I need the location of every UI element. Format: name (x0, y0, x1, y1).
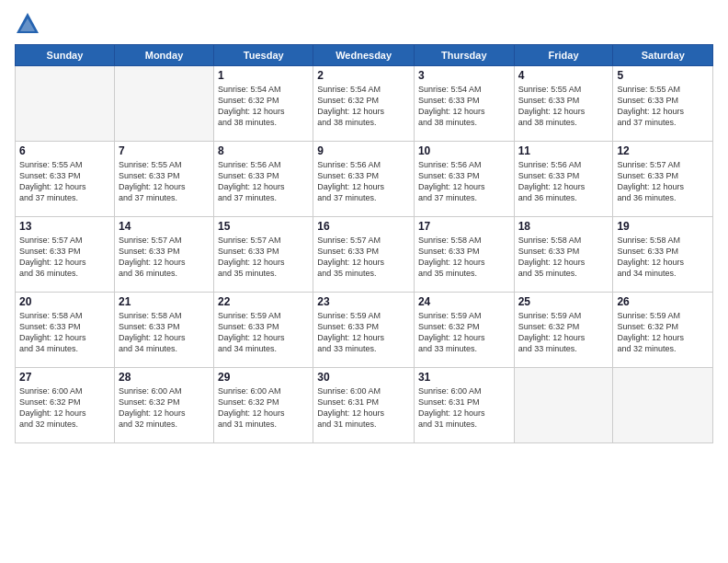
day-number: 24 (418, 295, 510, 308)
day-info: Sunrise: 5:57 AM Sunset: 6:33 PM Dayligh… (617, 159, 709, 204)
calendar-header: SundayMondayTuesdayWednesdayThursdayFrid… (16, 45, 713, 66)
calendar-cell: 2Sunrise: 5:54 AM Sunset: 6:32 PM Daylig… (313, 66, 415, 142)
calendar-cell: 28Sunrise: 6:00 AM Sunset: 6:32 PM Dayli… (114, 368, 213, 443)
calendar-cell (613, 368, 713, 443)
day-number: 5 (617, 69, 709, 82)
calendar-cell (16, 66, 115, 142)
calendar-cell: 24Sunrise: 5:59 AM Sunset: 6:32 PM Dayli… (414, 293, 514, 368)
calendar-cell: 18Sunrise: 5:58 AM Sunset: 6:33 PM Dayli… (514, 217, 613, 293)
day-info: Sunrise: 5:55 AM Sunset: 6:33 PM Dayligh… (19, 159, 110, 204)
calendar-cell: 7Sunrise: 5:55 AM Sunset: 6:33 PM Daylig… (114, 142, 213, 217)
day-number: 29 (218, 371, 309, 384)
day-number: 10 (418, 144, 510, 157)
calendar-week-row: 13Sunrise: 5:57 AM Sunset: 6:33 PM Dayli… (16, 217, 713, 293)
calendar-cell: 17Sunrise: 5:58 AM Sunset: 6:33 PM Dayli… (414, 217, 514, 293)
day-number: 12 (617, 144, 709, 157)
day-number: 22 (218, 295, 309, 308)
day-number: 18 (518, 220, 609, 233)
calendar-cell: 6Sunrise: 5:55 AM Sunset: 6:33 PM Daylig… (16, 142, 115, 217)
calendar-cell: 23Sunrise: 5:59 AM Sunset: 6:33 PM Dayli… (313, 293, 415, 368)
day-info: Sunrise: 5:59 AM Sunset: 6:33 PM Dayligh… (218, 310, 309, 355)
day-info: Sunrise: 5:56 AM Sunset: 6:33 PM Dayligh… (418, 159, 510, 204)
day-number: 27 (19, 371, 110, 384)
day-info: Sunrise: 5:57 AM Sunset: 6:33 PM Dayligh… (218, 235, 309, 280)
weekday-header: Monday (114, 45, 213, 66)
day-number: 31 (418, 371, 510, 384)
header (15, 11, 713, 37)
day-info: Sunrise: 5:58 AM Sunset: 6:33 PM Dayligh… (518, 235, 609, 280)
calendar-cell: 9Sunrise: 5:56 AM Sunset: 6:33 PM Daylig… (313, 142, 415, 217)
calendar-cell: 3Sunrise: 5:54 AM Sunset: 6:33 PM Daylig… (414, 66, 514, 142)
calendar-cell: 29Sunrise: 6:00 AM Sunset: 6:32 PM Dayli… (214, 368, 313, 443)
calendar-cell: 4Sunrise: 5:55 AM Sunset: 6:33 PM Daylig… (514, 66, 613, 142)
day-info: Sunrise: 5:58 AM Sunset: 6:33 PM Dayligh… (19, 310, 110, 355)
day-number: 13 (19, 220, 110, 233)
day-number: 4 (518, 69, 609, 82)
day-info: Sunrise: 5:54 AM Sunset: 6:32 PM Dayligh… (317, 84, 410, 129)
day-number: 8 (218, 144, 309, 157)
day-number: 6 (19, 144, 110, 157)
day-info: Sunrise: 5:58 AM Sunset: 6:33 PM Dayligh… (418, 235, 510, 280)
calendar: SundayMondayTuesdayWednesdayThursdayFrid… (15, 44, 713, 443)
calendar-cell: 26Sunrise: 5:59 AM Sunset: 6:32 PM Dayli… (613, 293, 713, 368)
calendar-cell: 16Sunrise: 5:57 AM Sunset: 6:33 PM Dayli… (313, 217, 415, 293)
day-info: Sunrise: 5:59 AM Sunset: 6:33 PM Dayligh… (317, 310, 410, 355)
day-info: Sunrise: 5:59 AM Sunset: 6:32 PM Dayligh… (518, 310, 609, 355)
weekday-row: SundayMondayTuesdayWednesdayThursdayFrid… (16, 45, 713, 66)
day-number: 3 (418, 69, 510, 82)
calendar-cell: 8Sunrise: 5:56 AM Sunset: 6:33 PM Daylig… (214, 142, 313, 217)
day-number: 14 (119, 220, 210, 233)
calendar-cell: 12Sunrise: 5:57 AM Sunset: 6:33 PM Dayli… (613, 142, 713, 217)
day-number: 17 (418, 220, 510, 233)
calendar-cell: 19Sunrise: 5:58 AM Sunset: 6:33 PM Dayli… (613, 217, 713, 293)
day-number: 20 (19, 295, 110, 308)
day-number: 1 (218, 69, 309, 82)
day-number: 25 (518, 295, 609, 308)
calendar-cell: 20Sunrise: 5:58 AM Sunset: 6:33 PM Dayli… (16, 293, 115, 368)
day-info: Sunrise: 5:58 AM Sunset: 6:33 PM Dayligh… (119, 310, 210, 355)
day-info: Sunrise: 5:54 AM Sunset: 6:33 PM Dayligh… (418, 84, 510, 129)
day-info: Sunrise: 6:00 AM Sunset: 6:32 PM Dayligh… (119, 385, 210, 431)
calendar-cell: 10Sunrise: 5:56 AM Sunset: 6:33 PM Dayli… (414, 142, 514, 217)
day-info: Sunrise: 5:55 AM Sunset: 6:33 PM Dayligh… (518, 84, 609, 129)
day-info: Sunrise: 5:56 AM Sunset: 6:33 PM Dayligh… (317, 159, 410, 204)
weekday-header: Saturday (613, 45, 713, 66)
day-info: Sunrise: 6:00 AM Sunset: 6:32 PM Dayligh… (19, 385, 110, 431)
day-number: 11 (518, 144, 609, 157)
day-info: Sunrise: 5:54 AM Sunset: 6:32 PM Dayligh… (218, 84, 309, 129)
calendar-cell (514, 368, 613, 443)
day-info: Sunrise: 5:56 AM Sunset: 6:33 PM Dayligh… (518, 159, 609, 204)
weekday-header: Sunday (16, 45, 115, 66)
day-info: Sunrise: 6:00 AM Sunset: 6:31 PM Dayligh… (418, 385, 510, 431)
calendar-cell: 21Sunrise: 5:58 AM Sunset: 6:33 PM Dayli… (114, 293, 213, 368)
day-number: 9 (317, 144, 410, 157)
calendar-cell: 30Sunrise: 6:00 AM Sunset: 6:31 PM Dayli… (313, 368, 415, 443)
day-number: 19 (617, 220, 709, 233)
day-info: Sunrise: 5:57 AM Sunset: 6:33 PM Dayligh… (19, 235, 110, 280)
calendar-cell: 13Sunrise: 5:57 AM Sunset: 6:33 PM Dayli… (16, 217, 115, 293)
calendar-cell: 25Sunrise: 5:59 AM Sunset: 6:32 PM Dayli… (514, 293, 613, 368)
weekday-header: Wednesday (313, 45, 415, 66)
calendar-cell: 11Sunrise: 5:56 AM Sunset: 6:33 PM Dayli… (514, 142, 613, 217)
calendar-week-row: 20Sunrise: 5:58 AM Sunset: 6:33 PM Dayli… (16, 293, 713, 368)
calendar-cell: 31Sunrise: 6:00 AM Sunset: 6:31 PM Dayli… (414, 368, 514, 443)
calendar-cell: 15Sunrise: 5:57 AM Sunset: 6:33 PM Dayli… (214, 217, 313, 293)
day-number: 21 (119, 295, 210, 308)
weekday-header: Thursday (414, 45, 514, 66)
day-number: 16 (317, 220, 410, 233)
day-info: Sunrise: 5:55 AM Sunset: 6:33 PM Dayligh… (617, 84, 709, 129)
day-number: 28 (119, 371, 210, 384)
day-info: Sunrise: 5:57 AM Sunset: 6:33 PM Dayligh… (119, 235, 210, 280)
page: SundayMondayTuesdayWednesdayThursdayFrid… (0, 0, 728, 563)
day-number: 30 (317, 371, 410, 384)
calendar-week-row: 27Sunrise: 6:00 AM Sunset: 6:32 PM Dayli… (16, 368, 713, 443)
calendar-cell: 1Sunrise: 5:54 AM Sunset: 6:32 PM Daylig… (214, 66, 313, 142)
day-number: 15 (218, 220, 309, 233)
day-info: Sunrise: 5:56 AM Sunset: 6:33 PM Dayligh… (218, 159, 309, 204)
weekday-header: Friday (514, 45, 613, 66)
day-info: Sunrise: 5:55 AM Sunset: 6:33 PM Dayligh… (119, 159, 210, 204)
calendar-cell: 14Sunrise: 5:57 AM Sunset: 6:33 PM Dayli… (114, 217, 213, 293)
day-info: Sunrise: 6:00 AM Sunset: 6:31 PM Dayligh… (317, 385, 410, 431)
day-info: Sunrise: 6:00 AM Sunset: 6:32 PM Dayligh… (218, 385, 309, 431)
day-info: Sunrise: 5:57 AM Sunset: 6:33 PM Dayligh… (317, 235, 410, 280)
